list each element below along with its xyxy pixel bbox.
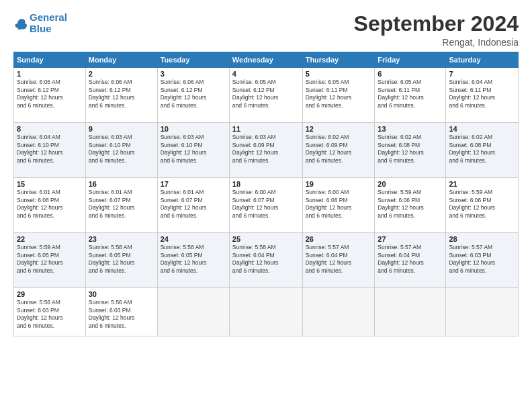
table-row: 25Sunrise: 5:58 AMSunset: 6:04 PMDayligh…: [229, 233, 302, 288]
day-info: Sunrise: 6:06 AMSunset: 6:12 PMDaylight:…: [161, 79, 226, 109]
day-info: Sunrise: 6:00 AMSunset: 6:06 PMDaylight:…: [306, 189, 372, 220]
day-info: Sunrise: 6:02 AMSunset: 6:08 PMDaylight:…: [378, 134, 443, 165]
table-row: 7Sunrise: 6:04 AMSunset: 6:11 PMDaylight…: [446, 68, 519, 123]
page: General Blue September 2024 Rengat, Indo…: [0, 0, 532, 411]
table-row: 5Sunrise: 6:05 AMSunset: 6:11 PMDaylight…: [302, 68, 375, 123]
logo-line2: Blue: [30, 23, 52, 34]
table-row: 14Sunrise: 6:02 AMSunset: 6:08 PMDayligh…: [446, 123, 519, 178]
day-info: Sunrise: 6:03 AMSunset: 6:09 PMDaylight:…: [232, 134, 300, 165]
table-row: 30Sunrise: 5:56 AMSunset: 6:03 PMDayligh…: [85, 288, 157, 336]
day-number: 26: [306, 235, 372, 243]
table-row: 1Sunrise: 6:06 AMSunset: 6:12 PMDaylight…: [14, 68, 86, 123]
table-row: 13Sunrise: 6:02 AMSunset: 6:08 PMDayligh…: [375, 123, 446, 178]
day-info: Sunrise: 6:06 AMSunset: 6:12 PMDaylight:…: [17, 79, 83, 109]
day-number: 14: [449, 125, 515, 133]
day-number: 29: [17, 290, 83, 298]
col-thursday: Thursday: [302, 52, 375, 68]
day-info: Sunrise: 6:01 AMSunset: 6:07 PMDaylight:…: [161, 189, 226, 220]
table-row: 27Sunrise: 5:57 AMSunset: 6:04 PMDayligh…: [375, 233, 446, 288]
day-info: Sunrise: 5:58 AMSunset: 6:05 PMDaylight:…: [161, 244, 226, 275]
day-number: 22: [17, 235, 83, 243]
day-number: 3: [161, 70, 226, 78]
day-info: Sunrise: 5:58 AMSunset: 6:04 PMDaylight:…: [232, 244, 300, 275]
table-row: [302, 288, 375, 336]
table-row: 16Sunrise: 6:01 AMSunset: 6:07 PMDayligh…: [85, 178, 157, 233]
day-number: 10: [161, 125, 226, 133]
month-title: September 2024: [354, 12, 519, 36]
table-row: 18Sunrise: 6:00 AMSunset: 6:07 PMDayligh…: [229, 178, 302, 233]
calendar-header-row: Sunday Monday Tuesday Wednesday Thursday…: [14, 52, 519, 68]
calendar-week-row: 8Sunrise: 6:04 AMSunset: 6:10 PMDaylight…: [14, 123, 519, 178]
day-number: 16: [89, 180, 154, 188]
day-number: 1: [17, 70, 83, 78]
calendar-week-row: 29Sunrise: 5:56 AMSunset: 6:03 PMDayligh…: [14, 288, 519, 336]
calendar-week-row: 1Sunrise: 6:06 AMSunset: 6:12 PMDaylight…: [14, 68, 519, 123]
day-number: 15: [17, 180, 83, 188]
col-sunday: Sunday: [14, 52, 86, 68]
day-number: 19: [306, 180, 372, 188]
day-info: Sunrise: 5:58 AMSunset: 6:05 PMDaylight:…: [89, 244, 154, 275]
day-number: 4: [232, 70, 300, 78]
col-friday: Friday: [375, 52, 446, 68]
table-row: [157, 288, 229, 336]
day-info: Sunrise: 5:57 AMSunset: 6:04 PMDaylight:…: [378, 244, 443, 275]
day-number: 20: [378, 180, 443, 188]
day-info: Sunrise: 6:02 AMSunset: 6:08 PMDaylight:…: [449, 134, 515, 165]
title-block: September 2024 Rengat, Indonesia: [354, 12, 519, 48]
table-row: 3Sunrise: 6:06 AMSunset: 6:12 PMDaylight…: [157, 68, 229, 123]
table-row: 9Sunrise: 6:03 AMSunset: 6:10 PMDaylight…: [85, 123, 157, 178]
table-row: 21Sunrise: 5:59 AMSunset: 6:06 PMDayligh…: [446, 178, 519, 233]
col-saturday: Saturday: [446, 52, 519, 68]
day-info: Sunrise: 5:57 AMSunset: 6:03 PMDaylight:…: [449, 244, 515, 275]
table-row: 6Sunrise: 6:05 AMSunset: 6:11 PMDaylight…: [375, 68, 446, 123]
day-info: Sunrise: 6:05 AMSunset: 6:12 PMDaylight:…: [232, 79, 300, 109]
day-number: 30: [89, 290, 154, 298]
day-number: 13: [378, 125, 443, 133]
day-number: 18: [232, 180, 300, 188]
day-number: 24: [161, 235, 226, 243]
day-info: Sunrise: 6:03 AMSunset: 6:10 PMDaylight:…: [161, 134, 226, 165]
location: Rengat, Indonesia: [354, 37, 519, 48]
day-info: Sunrise: 6:04 AMSunset: 6:11 PMDaylight:…: [449, 79, 515, 109]
table-row: 19Sunrise: 6:00 AMSunset: 6:06 PMDayligh…: [302, 178, 375, 233]
table-row: 8Sunrise: 6:04 AMSunset: 6:10 PMDaylight…: [14, 123, 86, 178]
col-monday: Monday: [85, 52, 157, 68]
day-info: Sunrise: 5:59 AMSunset: 6:06 PMDaylight:…: [449, 189, 515, 220]
table-row: 20Sunrise: 5:59 AMSunset: 6:06 PMDayligh…: [375, 178, 446, 233]
table-row: 17Sunrise: 6:01 AMSunset: 6:07 PMDayligh…: [157, 178, 229, 233]
day-info: Sunrise: 5:59 AMSunset: 6:05 PMDaylight:…: [17, 244, 83, 275]
logo-text: General Blue: [30, 12, 67, 34]
table-row: 10Sunrise: 6:03 AMSunset: 6:10 PMDayligh…: [157, 123, 229, 178]
day-number: 9: [89, 125, 154, 133]
day-info: Sunrise: 6:05 AMSunset: 6:11 PMDaylight:…: [306, 79, 372, 109]
calendar-week-row: 22Sunrise: 5:59 AMSunset: 6:05 PMDayligh…: [14, 233, 519, 288]
day-number: 11: [232, 125, 300, 133]
table-row: 24Sunrise: 5:58 AMSunset: 6:05 PMDayligh…: [157, 233, 229, 288]
col-tuesday: Tuesday: [157, 52, 229, 68]
day-number: 21: [449, 180, 515, 188]
col-wednesday: Wednesday: [229, 52, 302, 68]
table-row: 28Sunrise: 5:57 AMSunset: 6:03 PMDayligh…: [446, 233, 519, 288]
table-row: 15Sunrise: 6:01 AMSunset: 6:08 PMDayligh…: [14, 178, 86, 233]
day-info: Sunrise: 6:03 AMSunset: 6:10 PMDaylight:…: [89, 134, 154, 165]
day-info: Sunrise: 6:00 AMSunset: 6:07 PMDaylight:…: [232, 189, 300, 220]
table-row: [446, 288, 519, 336]
day-info: Sunrise: 5:57 AMSunset: 6:04 PMDaylight:…: [306, 244, 372, 275]
day-info: Sunrise: 5:56 AMSunset: 6:03 PMDaylight:…: [17, 299, 83, 330]
day-number: 6: [378, 70, 443, 78]
table-row: 29Sunrise: 5:56 AMSunset: 6:03 PMDayligh…: [14, 288, 86, 336]
day-info: Sunrise: 5:56 AMSunset: 6:03 PMDaylight:…: [89, 299, 154, 330]
day-info: Sunrise: 6:04 AMSunset: 6:10 PMDaylight:…: [17, 134, 83, 165]
day-number: 7: [449, 70, 515, 78]
table-row: 12Sunrise: 6:02 AMSunset: 6:09 PMDayligh…: [302, 123, 375, 178]
day-number: 28: [449, 235, 515, 243]
day-info: Sunrise: 5:59 AMSunset: 6:06 PMDaylight:…: [378, 189, 443, 220]
day-info: Sunrise: 6:02 AMSunset: 6:09 PMDaylight:…: [306, 134, 372, 165]
table-row: 22Sunrise: 5:59 AMSunset: 6:05 PMDayligh…: [14, 233, 86, 288]
table-row: 11Sunrise: 6:03 AMSunset: 6:09 PMDayligh…: [229, 123, 302, 178]
table-row: 23Sunrise: 5:58 AMSunset: 6:05 PMDayligh…: [85, 233, 157, 288]
table-row: [375, 288, 446, 336]
table-row: [229, 288, 302, 336]
table-row: 2Sunrise: 6:06 AMSunset: 6:12 PMDaylight…: [85, 68, 157, 123]
day-number: 2: [89, 70, 154, 78]
